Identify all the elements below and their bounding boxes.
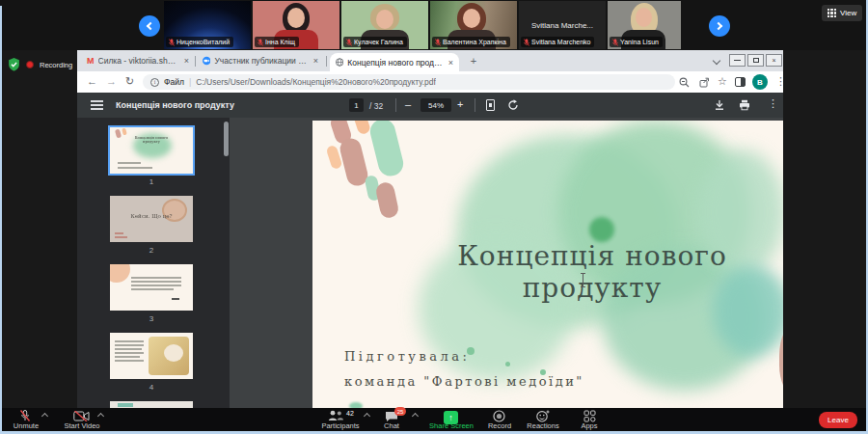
browser-addressbar: ← → ↻ i Файл | C:/Users/User/Downloads/К…: [77, 71, 783, 93]
forward-button[interactable]: →: [106, 75, 117, 87]
chat-badge: 25: [394, 407, 406, 416]
url-text: C:/Users/User/Downloads/Концепція%20ново…: [196, 77, 436, 87]
text-cursor-icon: [580, 273, 586, 287]
print-button[interactable]: [739, 99, 750, 111]
new-tab-button[interactable]: +: [467, 55, 480, 68]
tab-close-icon[interactable]: ×: [448, 58, 453, 68]
zoom-favicon: [203, 56, 210, 66]
participant-name: Кулачек Галина: [354, 38, 403, 46]
page-info-icon[interactable]: i: [150, 78, 159, 87]
participant-video-6[interactable]: Yanina Lisun: [608, 1, 681, 49]
view-button[interactable]: View: [822, 5, 862, 21]
zoom-page-icon[interactable]: [679, 77, 690, 88]
page-number-label: 4: [110, 383, 193, 392]
participant-name-tag: Інна Кліщ: [255, 37, 299, 47]
participant-name: Svitlana Marchenko: [531, 38, 590, 46]
thumb-decoration: [115, 232, 123, 234]
participant-name-tag: Валентина Храпкіна: [432, 37, 510, 47]
profile-avatar[interactable]: B: [752, 74, 768, 90]
thumb-decoration: [118, 167, 152, 169]
side-panel-icon[interactable]: [735, 77, 746, 87]
participant-name: Yanina Lisun: [620, 38, 659, 46]
page-thumbnail-4[interactable]: [110, 333, 193, 379]
window-restore-button[interactable]: [747, 54, 764, 67]
mic-muted-icon: [346, 39, 352, 46]
download-button[interactable]: [714, 99, 725, 111]
participant-name-tag: Кулачек Галина: [343, 37, 407, 47]
toolbar-divider: [475, 98, 475, 112]
close-icon: ×: [772, 57, 775, 64]
pdf-thumbnail-panel: Концепція новогопродукту 1 Кейси. Що це?…: [77, 118, 230, 408]
pdf-menu-icon[interactable]: [91, 100, 103, 112]
url-scheme-label: Файл: [164, 77, 184, 87]
page-number-input[interactable]: 1: [349, 98, 364, 112]
fit-page-button[interactable]: [486, 99, 495, 111]
page-thumbnail-5[interactable]: [110, 401, 193, 408]
document-favicon: [336, 58, 343, 67]
participant-video-2[interactable]: Інна Кліщ: [253, 1, 339, 49]
thumb-decoration: [110, 264, 130, 283]
page-number-label: 2: [110, 246, 193, 255]
reload-button[interactable]: ↻: [125, 75, 134, 88]
video-options-chevron[interactable]: [97, 413, 104, 420]
zoom-in-button[interactable]: +: [457, 98, 463, 110]
gmail-favicon: M: [87, 56, 95, 66]
pdf-more-menu-icon[interactable]: ⋮: [768, 97, 778, 110]
tab-separator: [195, 56, 196, 67]
strip-next-button[interactable]: [709, 15, 730, 37]
tab-gmail[interactable]: M Силка - viktoriia.shkromyda-mrk. ×: [81, 50, 195, 71]
browser-window: M Силка - viktoriia.shkromyda-mrk. × Уча…: [77, 50, 783, 408]
slide-page-1: Концепція нового продукту Підготувала: к…: [312, 121, 783, 408]
window-minimize-button[interactable]: [729, 54, 746, 67]
tab-zoom[interactable]: Участник публикации - Zoom ×: [197, 50, 324, 71]
tab-close-icon[interactable]: ×: [184, 56, 189, 66]
participant-video-3[interactable]: Кулачек Галина: [341, 1, 428, 49]
participant-name-tag: Yanina Lisun: [610, 37, 663, 47]
zoom-level-input[interactable]: 54%: [420, 98, 451, 112]
restore-icon: [753, 58, 759, 63]
tab-title: Концепція нового продукту: [347, 58, 442, 68]
participant-video-5[interactable]: Svitlana Marche... Svitlana Marchenko: [519, 1, 606, 49]
zoom-out-button[interactable]: –: [405, 98, 411, 110]
participant-video-1[interactable]: НиценкоВиталий: [164, 1, 251, 49]
strip-prev-button[interactable]: [139, 15, 160, 37]
participants-count: 42: [346, 410, 354, 417]
avatar-letter: B: [757, 78, 763, 87]
window-close-button[interactable]: ×: [766, 54, 782, 67]
total-pages: / 32: [369, 101, 383, 111]
tab-search-chevron-icon[interactable]: [713, 57, 720, 65]
thumb-title-text: Концепція новогопродукту: [132, 136, 171, 144]
tab-pdf-active[interactable]: Концепція нового продукту ×: [330, 53, 459, 71]
page-thumbnail-2[interactable]: Кейси. Що це?: [110, 196, 193, 242]
thumb-decoration: [122, 128, 127, 136]
page-thumbnail-3[interactable]: [110, 264, 193, 311]
participant-video-4[interactable]: Валентина Храпкіна: [430, 1, 517, 49]
window-edge-left: [0, 6, 2, 434]
mic-muted-icon: [169, 39, 175, 46]
chat-options-chevron[interactable]: [412, 413, 419, 420]
mic-muted-icon: [258, 39, 263, 46]
page-number-label: 1: [110, 177, 193, 186]
security-shield-icon[interactable]: [8, 58, 20, 71]
chat-label: Chat: [373, 421, 410, 430]
thumbnail-scrollbar[interactable]: [224, 122, 229, 156]
url-field[interactable]: i Файл | C:/Users/User/Downloads/Концепц…: [143, 74, 675, 90]
leave-button[interactable]: Leave: [819, 412, 857, 428]
participant-name: НиценкоВиталий: [176, 38, 230, 46]
rotate-button[interactable]: [507, 99, 519, 111]
page-thumbnail-1[interactable]: Концепція новогопродукту: [110, 127, 193, 174]
mic-muted-icon: [435, 39, 441, 46]
recording-dot-icon: [26, 61, 34, 68]
audio-options-chevron[interactable]: [41, 413, 48, 420]
share-page-icon[interactable]: [699, 77, 710, 88]
bookmark-star-icon[interactable]: ☆: [718, 75, 727, 88]
video-strip: НиценкоВиталий Інна Кліщ Кулачек Галина: [0, 0, 868, 50]
toolbar-divider: [395, 98, 396, 112]
slide-title-line2: продукту: [419, 272, 766, 304]
tab-close-icon[interactable]: ×: [313, 56, 318, 66]
participants-options-chevron[interactable]: [364, 413, 370, 420]
tab-title: Силка - viktoriia.shkromyda-mrk.: [98, 56, 178, 66]
back-button[interactable]: ←: [87, 75, 97, 87]
pdf-toolbar: Концепція нового продукту 1 / 32 – 54% +…: [77, 93, 783, 118]
browser-menu-icon[interactable]: ⋮: [775, 75, 786, 88]
